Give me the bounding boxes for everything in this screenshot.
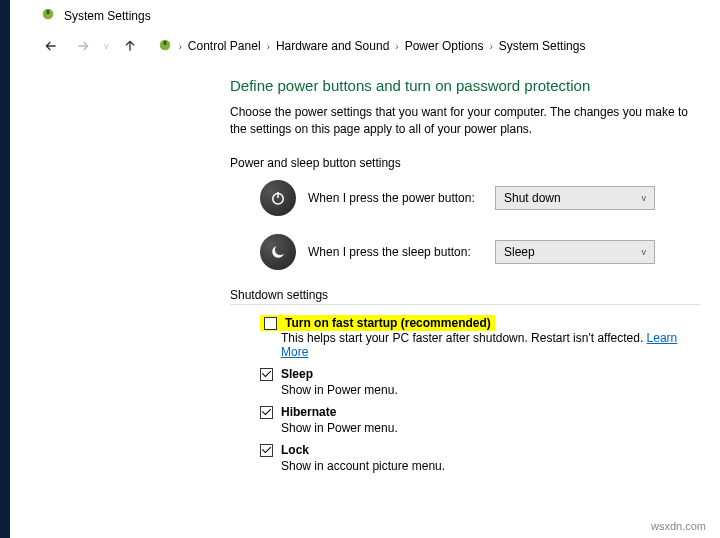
hibernate-option-description: Show in Power menu. bbox=[281, 421, 700, 435]
sleep-button-dropdown[interactable]: Sleep v bbox=[495, 240, 655, 264]
sleep-button-label: When I press the sleep button: bbox=[308, 245, 483, 259]
lock-option-label: Lock bbox=[281, 443, 309, 457]
nav-toolbar: v › Control Panel › Hardware and Sound ›… bbox=[10, 31, 720, 67]
lock-checkbox[interactable] bbox=[260, 444, 273, 457]
breadcrumb-hardware-sound[interactable]: Hardware and Sound bbox=[276, 39, 389, 53]
sleep-button-value: Sleep bbox=[504, 245, 535, 259]
power-button-value: Shut down bbox=[504, 191, 561, 205]
power-icon bbox=[260, 180, 296, 216]
recent-locations-dropdown[interactable]: v bbox=[104, 41, 109, 51]
sleep-icon bbox=[260, 234, 296, 270]
hibernate-option-label: Hibernate bbox=[281, 405, 336, 419]
chevron-right-icon: › bbox=[267, 41, 270, 52]
svg-rect-1 bbox=[47, 10, 50, 14]
power-button-dropdown[interactable]: Shut down v bbox=[495, 186, 655, 210]
window-title: System Settings bbox=[64, 9, 151, 23]
sleep-button-setting-row: When I press the sleep button: Sleep v bbox=[260, 234, 700, 270]
breadcrumb-control-panel[interactable]: Control Panel bbox=[188, 39, 261, 53]
fast-startup-checkbox[interactable] bbox=[264, 317, 277, 330]
sleep-option-description: Show in Power menu. bbox=[281, 383, 700, 397]
power-button-setting-row: When I press the power button: Shut down… bbox=[260, 180, 700, 216]
power-options-icon bbox=[40, 6, 56, 25]
power-options-icon bbox=[157, 37, 173, 56]
chevron-down-icon: v bbox=[642, 193, 647, 203]
watermark: wsxdn.com bbox=[651, 520, 706, 532]
hibernate-checkbox[interactable] bbox=[260, 406, 273, 419]
window-edge bbox=[0, 0, 10, 538]
breadcrumb: › Control Panel › Hardware and Sound › P… bbox=[157, 37, 586, 56]
fast-startup-description: This helps start your PC faster after sh… bbox=[281, 331, 700, 359]
sleep-option-label: Sleep bbox=[281, 367, 313, 381]
chevron-right-icon: › bbox=[395, 41, 398, 52]
nav-forward-button bbox=[72, 35, 94, 57]
fast-startup-label: Turn on fast startup (recommended) bbox=[285, 316, 491, 330]
section-shutdown-settings: Shutdown settings bbox=[230, 288, 700, 305]
svg-rect-3 bbox=[163, 41, 166, 45]
breadcrumb-power-options[interactable]: Power Options bbox=[405, 39, 484, 53]
chevron-right-icon: › bbox=[179, 41, 182, 52]
titlebar: System Settings bbox=[10, 0, 720, 31]
page-title: Define power buttons and turn on passwor… bbox=[230, 77, 700, 94]
chevron-down-icon: v bbox=[642, 247, 647, 257]
section-power-sleep-buttons: Power and sleep button settings bbox=[230, 156, 700, 170]
nav-up-button[interactable] bbox=[119, 35, 141, 57]
lock-option-description: Show in account picture menu. bbox=[281, 459, 700, 473]
sleep-checkbox[interactable] bbox=[260, 368, 273, 381]
breadcrumb-system-settings[interactable]: System Settings bbox=[499, 39, 586, 53]
nav-back-button[interactable] bbox=[40, 35, 62, 57]
power-button-label: When I press the power button: bbox=[308, 191, 483, 205]
chevron-right-icon: › bbox=[489, 41, 492, 52]
page-description: Choose the power settings that you want … bbox=[230, 104, 700, 138]
